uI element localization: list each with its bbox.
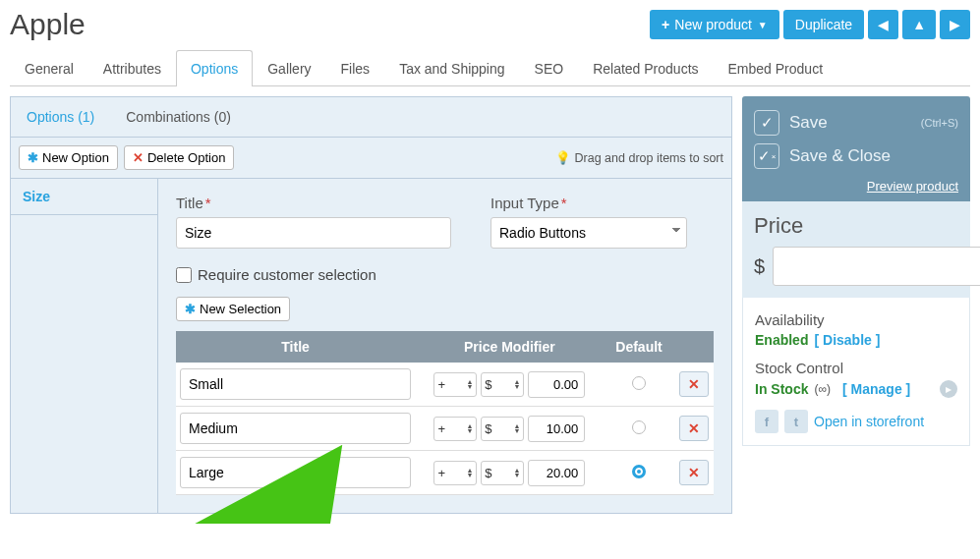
nav-up-button[interactable]: ▲ (902, 10, 936, 39)
drag-hint: 💡Drag and drop items to sort (555, 150, 723, 165)
chevron-down-icon: ▼ (758, 20, 768, 30)
delete-row-button[interactable]: ✕ (679, 460, 709, 485)
price-mod-input[interactable] (528, 371, 585, 398)
title-label: Title* (176, 195, 451, 211)
duplicate-button[interactable]: Duplicate (783, 10, 864, 39)
col-price-modifier: Price Modifier (415, 331, 604, 363)
new-selection-button[interactable]: ✱New Selection (176, 297, 290, 321)
check-icon: ✓ (754, 110, 779, 136)
tab-embed-product[interactable]: Embed Product (714, 50, 838, 86)
tab-files[interactable]: Files (326, 50, 385, 86)
table-row: +▲▼ $▲▼ ✕ (176, 451, 714, 495)
option-title-input[interactable] (176, 217, 451, 249)
price-mod-input[interactable] (528, 460, 585, 486)
preview-product-link[interactable]: Preview product (754, 173, 958, 196)
arrow-left-icon: ◀ (878, 17, 889, 32)
tab-tax-and-shipping[interactable]: Tax and Shipping (384, 50, 519, 86)
availability-status: Enabled (755, 332, 808, 348)
arrow-up-icon: ▲ (912, 17, 926, 32)
manage-stock-link[interactable]: [ Manage ] (842, 381, 910, 397)
check-close-icon: ✓× (754, 143, 779, 169)
subtab-combinations[interactable]: Combinations (0) (110, 97, 247, 137)
tab-seo[interactable]: SEO (520, 50, 579, 86)
subtab-options[interactable]: Options (1) (11, 97, 110, 137)
save-close-button[interactable]: ✓× Save & Close (754, 140, 958, 173)
availability-heading: Availability (755, 311, 957, 328)
currency-stepper[interactable]: $▲▼ (481, 461, 524, 485)
page-title: Apple (10, 8, 646, 41)
currency-stepper[interactable]: $▲▼ (481, 372, 524, 397)
lightbulb-icon: 💡 (555, 150, 571, 165)
selection-title-input[interactable] (180, 368, 411, 400)
asterisk-icon: ✱ (28, 150, 38, 165)
default-radio[interactable] (632, 465, 646, 478)
option-list-item[interactable]: Size (11, 179, 157, 215)
plus-icon: + (662, 17, 669, 32)
delete-option-button[interactable]: ✕Delete Option (124, 145, 235, 170)
new-product-button[interactable]: + New product ▼ (650, 10, 779, 39)
stock-status: In Stock (755, 381, 808, 397)
asterisk-icon: ✱ (185, 302, 196, 316)
tab-attributes[interactable]: Attributes (88, 50, 176, 86)
default-radio[interactable] (632, 376, 646, 390)
currency-symbol: $ (754, 255, 765, 278)
open-storefront-link[interactable]: Open in storefront (814, 414, 924, 429)
tab-general[interactable]: General (10, 50, 88, 86)
col-title: Title (176, 331, 415, 363)
save-button[interactable]: ✓ Save (Ctrl+S) (754, 106, 958, 140)
save-shortcut: (Ctrl+S) (921, 117, 958, 129)
price-heading: Price (754, 213, 958, 239)
price-input[interactable] (773, 247, 980, 286)
facebook-icon[interactable]: f (755, 410, 778, 433)
price-mod-input[interactable] (528, 416, 585, 442)
nav-forward-button[interactable]: ▶ (940, 10, 970, 39)
stock-qty: (∞) (814, 382, 831, 396)
operator-stepper[interactable]: +▲▼ (433, 417, 477, 441)
selection-title-input[interactable] (180, 457, 411, 488)
operator-stepper[interactable]: +▲▼ (433, 461, 477, 485)
x-icon: ✕ (133, 150, 144, 165)
default-radio[interactable] (632, 420, 646, 434)
disable-link[interactable]: [ Disable ] (814, 332, 880, 348)
operator-stepper[interactable]: +▲▼ (433, 372, 477, 397)
nav-back-button[interactable]: ◀ (868, 10, 898, 39)
require-selection-label: Require customer selection (198, 266, 376, 283)
table-row: +▲▼ $▲▼ ✕ (176, 407, 714, 451)
delete-row-button[interactable]: ✕ (679, 371, 709, 397)
input-type-label: Input Type* (490, 195, 687, 211)
currency-stepper[interactable]: $▲▼ (481, 417, 524, 441)
new-option-button[interactable]: ✱New Option (19, 145, 118, 170)
stock-more-button[interactable]: ▸ (940, 380, 957, 398)
twitter-icon[interactable]: t (784, 410, 808, 433)
chevron-right-icon: ▸ (946, 382, 951, 396)
delete-row-button[interactable]: ✕ (679, 416, 709, 441)
arrow-right-icon: ▶ (950, 17, 960, 32)
table-row: +▲▼ $▲▼ ✕ (176, 363, 714, 407)
tab-related-products[interactable]: Related Products (578, 50, 713, 86)
stock-heading: Stock Control (755, 360, 957, 376)
tab-options[interactable]: Options (176, 50, 253, 86)
input-type-select[interactable]: Radio Buttons (490, 217, 687, 249)
selection-title-input[interactable] (180, 413, 411, 444)
col-default: Default (605, 331, 674, 363)
require-selection-checkbox[interactable] (176, 267, 192, 283)
tab-gallery[interactable]: Gallery (253, 50, 325, 86)
